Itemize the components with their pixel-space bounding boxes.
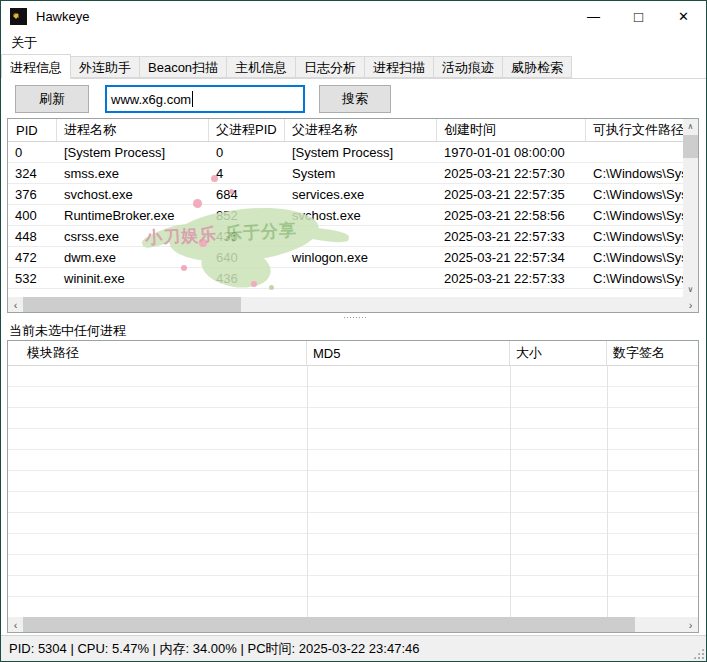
tab-beacon-scan[interactable]: Beacon扫描 <box>140 56 227 78</box>
horizontal-scroll-thumb[interactable] <box>23 297 241 312</box>
horizontal-scroll-thumb[interactable] <box>23 617 635 632</box>
table-row[interactable]: 376 svchost.exe 684 services.exe 2025-03… <box>8 184 683 205</box>
cell-parent-name <box>285 226 437 246</box>
search-input[interactable]: www.x6g.com <box>105 85 305 113</box>
cell-exe-path <box>586 142 683 162</box>
refresh-button[interactable]: 刷新 <box>15 85 89 113</box>
cell-process-name: RuntimeBroker.exe <box>57 205 209 225</box>
cell-pid: 376 <box>8 184 57 204</box>
cell-parent-pid: 4 <box>209 163 285 183</box>
process-table: PID 进程名称 父进程PID 父进程名称 创建时间 可执行文件路径 0 [Sy… <box>7 118 699 313</box>
vertical-scroll-thumb[interactable] <box>683 135 698 158</box>
column-header-size[interactable]: 大小 <box>510 341 607 365</box>
cell-create-time: 2025-03-21 22:58:56 <box>437 205 586 225</box>
grid-line <box>510 366 511 617</box>
cell-parent-pid: 436 <box>209 226 285 246</box>
cell-parent-name: System <box>285 163 437 183</box>
cell-create-time: 1970-01-01 08:00:00 <box>437 142 586 162</box>
cell-create-time: 2025-03-21 22:57:33 <box>437 226 586 246</box>
cell-parent-pid: 684 <box>209 184 285 204</box>
cell-parent-name: [System Process] <box>285 142 437 162</box>
toolbar: 刷新 www.x6g.com 搜索 <box>1 79 706 119</box>
close-button[interactable]: ✕ <box>661 1 706 31</box>
cell-create-time: 2025-03-21 22:57:35 <box>437 184 586 204</box>
table-row[interactable]: 448 csrss.exe 436 2025-03-21 22:57:33 C:… <box>8 226 683 247</box>
horizontal-scrollbar[interactable]: ‹ › <box>8 297 698 312</box>
table-row[interactable]: 0 [System Process] 0 [System Process] 19… <box>8 142 683 163</box>
cell-create-time: 2025-03-21 22:57:30 <box>437 163 586 183</box>
column-header-parent-name[interactable]: 父进程名称 <box>285 119 437 141</box>
cell-create-time: 2025-03-21 22:57:34 <box>437 247 586 267</box>
column-header-parent-pid[interactable]: 父进程PID <box>209 119 285 141</box>
maximize-button[interactable]: □ <box>616 1 661 31</box>
minimize-button[interactable]: — <box>571 1 616 31</box>
module-table-body <box>8 366 698 617</box>
cell-parent-pid: 640 <box>209 247 285 267</box>
status-text: PID: 5304 | CPU: 5.47% | 内存: 34.00% | PC… <box>9 640 419 658</box>
table-row[interactable]: 472 dwm.exe 640 winlogon.exe 2025-03-21 … <box>8 247 683 268</box>
cell-parent-name <box>285 268 437 288</box>
tab-process-scan[interactable]: 进程扫描 <box>365 56 434 78</box>
scroll-right-button[interactable]: › <box>683 297 698 312</box>
column-header-pid[interactable]: PID <box>8 119 57 141</box>
scroll-down-button[interactable]: ∨ <box>683 282 698 297</box>
scroll-left-icon: ‹ <box>14 619 18 631</box>
scroll-left-icon: ‹ <box>14 299 18 311</box>
resize-grip[interactable] <box>693 648 704 659</box>
app-window: Hawkeye — □ ✕ 关于 进程信息 外连助手 Beacon扫描 主机信息… <box>0 0 707 662</box>
column-header-process-name[interactable]: 进程名称 <box>57 119 209 141</box>
tab-process-info[interactable]: 进程信息 <box>1 54 71 79</box>
column-header-signature[interactable]: 数字签名 <box>607 341 698 365</box>
cell-pid: 532 <box>8 268 57 288</box>
table-row[interactable]: 400 RuntimeBroker.exe 852 svchost.exe 20… <box>8 205 683 226</box>
grid-line <box>607 366 608 617</box>
search-input-value: www.x6g.com <box>111 92 191 107</box>
cell-parent-pid: 852 <box>209 205 285 225</box>
module-table-header: 模块路径 MD5 大小 数字签名 <box>8 341 698 366</box>
vertical-scrollbar[interactable]: ∧ ∨ <box>683 119 698 297</box>
tab-bar: 进程信息 外连助手 Beacon扫描 主机信息 日志分析 进程扫描 活动痕迹 威… <box>1 54 706 79</box>
tab-host-info[interactable]: 主机信息 <box>227 56 296 78</box>
splitter[interactable] <box>1 313 707 321</box>
cell-exe-path: C:\Windows\Sys <box>586 226 683 246</box>
status-bar: PID: 5304 | CPU: 5.47% | 内存: 34.00% | PC… <box>1 635 706 661</box>
cell-exe-path: C:\Windows\Sys <box>586 184 683 204</box>
table-row[interactable]: 532 wininit.exe 436 2025-03-21 22:57:33 … <box>8 268 683 289</box>
scroll-up-button[interactable]: ∧ <box>683 119 698 134</box>
scroll-right-icon: › <box>689 619 693 631</box>
tab-log-analysis[interactable]: 日志分析 <box>296 56 365 78</box>
cell-process-name: csrss.exe <box>57 226 209 246</box>
cell-process-name: [System Process] <box>57 142 209 162</box>
menu-bar: 关于 <box>1 31 706 54</box>
horizontal-scrollbar[interactable]: ‹ › <box>8 617 698 632</box>
table-row[interactable]: 324 smss.exe 4 System 2025-03-21 22:57:3… <box>8 163 683 184</box>
app-icon <box>10 8 27 25</box>
scroll-left-button[interactable]: ‹ <box>8 297 23 312</box>
cell-pid: 472 <box>8 247 57 267</box>
cell-parent-name: winlogon.exe <box>285 247 437 267</box>
window-title: Hawkeye <box>36 9 89 24</box>
menu-item-about[interactable]: 关于 <box>4 32 44 54</box>
search-button[interactable]: 搜索 <box>319 85 391 113</box>
cell-exe-path: C:\Windows\Sys <box>586 205 683 225</box>
window-controls: — □ ✕ <box>571 1 706 31</box>
cell-process-name: dwm.exe <box>57 247 209 267</box>
scroll-left-button[interactable]: ‹ <box>8 617 23 632</box>
close-icon: ✕ <box>678 9 689 24</box>
splitter-handle-icon <box>343 316 367 319</box>
tab-threat-search[interactable]: 威胁检索 <box>503 56 572 78</box>
module-table: 模块路径 MD5 大小 数字签名 ‹ › <box>7 340 699 633</box>
column-header-create-time[interactable]: 创建时间 <box>437 119 586 141</box>
tab-outbound-helper[interactable]: 外连助手 <box>71 56 140 78</box>
column-header-md5[interactable]: MD5 <box>307 341 510 365</box>
cell-parent-name: svchost.exe <box>285 205 437 225</box>
cell-exe-path: C:\Windows\Sys <box>586 163 683 183</box>
column-header-module-path[interactable]: 模块路径 <box>8 341 307 365</box>
minimize-icon: — <box>587 9 600 24</box>
tab-activity-trace[interactable]: 活动痕迹 <box>434 56 503 78</box>
title-bar: Hawkeye — □ ✕ <box>1 1 706 31</box>
cell-create-time: 2025-03-21 22:57:33 <box>437 268 586 288</box>
maximize-icon: □ <box>634 8 643 25</box>
column-header-exe-path[interactable]: 可执行文件路径 <box>586 119 683 141</box>
scroll-right-button[interactable]: › <box>683 617 698 632</box>
